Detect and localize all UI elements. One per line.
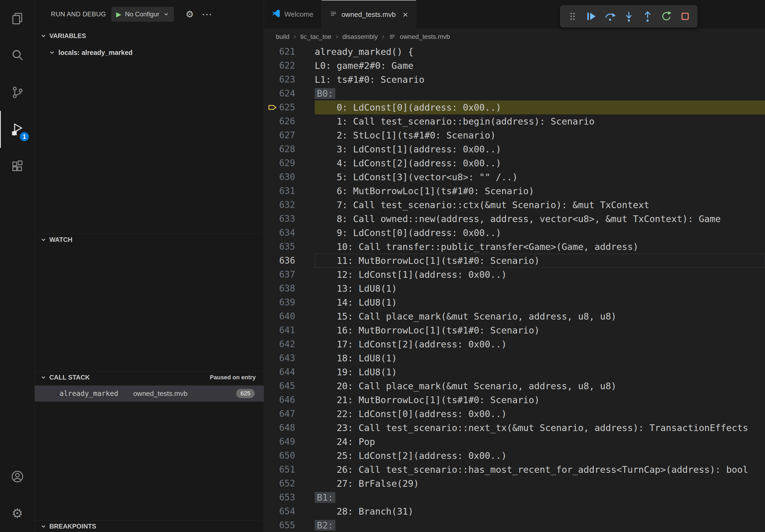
line-gutter[interactable]: 631 <box>264 184 315 198</box>
line-gutter[interactable]: 623 <box>264 73 315 87</box>
line-gutter[interactable]: 625 <box>264 101 315 115</box>
line-gutter[interactable]: 649 <box>264 435 315 449</box>
line-gutter[interactable]: 640 <box>264 309 315 323</box>
line-gutter[interactable]: 634 <box>264 226 315 240</box>
line-gutter[interactable]: 643 <box>264 351 315 365</box>
call-stack-frame[interactable]: already_markedowned_tests.mvb625 <box>35 386 264 401</box>
breadcrumb-item[interactable]: owned_tests.mvb <box>400 33 450 40</box>
line-gutter[interactable]: 636 <box>264 254 315 268</box>
line-gutter[interactable]: 633 <box>264 212 315 226</box>
code-line-640[interactable]: 640 15: Call place_mark(&mut Scenario, a… <box>264 309 765 323</box>
debug-stop-icon[interactable] <box>676 7 694 26</box>
line-gutter[interactable]: 628 <box>264 142 315 156</box>
close-tab-icon[interactable]: × <box>402 10 408 19</box>
debug-configuration-picker[interactable]: ▶ No Configur <box>111 7 174 22</box>
line-gutter[interactable]: 644 <box>264 365 315 379</box>
code-line-633[interactable]: 633 8: Call owned::new(address, address,… <box>264 212 765 226</box>
variables-section-header[interactable]: VARIABLES <box>35 30 264 42</box>
code-line-644[interactable]: 644 19: LdU8(1) <box>264 365 765 379</box>
line-gutter[interactable]: 626 <box>264 115 315 128</box>
tab-welcome[interactable]: Welcome <box>264 0 322 28</box>
line-gutter[interactable]: 650 <box>264 449 315 463</box>
sidebar-item-extensions[interactable] <box>0 148 35 185</box>
line-gutter[interactable]: 652 <box>264 476 315 490</box>
code-line-651[interactable]: 651 26: Call test_scenario::has_most_rec… <box>264 463 765 476</box>
code-line-632[interactable]: 632 7: Call test_scenario::ctx(&mut Scen… <box>264 198 765 212</box>
line-gutter[interactable]: 646 <box>264 393 315 407</box>
debug-step-out-icon[interactable] <box>639 7 656 26</box>
breadcrumb-item[interactable]: tic_tac_toe <box>300 33 331 40</box>
line-gutter[interactable]: 642 <box>264 337 315 351</box>
code-line-629[interactable]: 629 4: LdConst[2](address: 0x00..) <box>264 156 765 170</box>
code-line-643[interactable]: 643 18: LdU8(1) <box>264 351 765 365</box>
code-line-655[interactable]: 655B2: <box>264 518 765 532</box>
line-gutter[interactable]: 638 <box>264 282 315 296</box>
sidebar-item-explorer[interactable] <box>0 0 35 37</box>
line-gutter[interactable]: 651 <box>264 463 315 476</box>
tab-owned-tests-mvb[interactable]: owned_tests.mvb × <box>322 0 416 28</box>
code-line-648[interactable]: 648 23: Call test_scenario::next_tx(&mut… <box>264 421 765 435</box>
line-gutter[interactable]: 622 <box>264 59 315 73</box>
debug-restart-icon[interactable] <box>657 7 675 26</box>
line-gutter[interactable]: 637 <box>264 268 315 282</box>
code-line-654[interactable]: 654 28: Branch(31) <box>264 504 765 518</box>
code-line-625[interactable]: 625 0: LdConst[0](address: 0x00..) <box>264 101 765 115</box>
code-line-638[interactable]: 638 13: LdU8(1) <box>264 282 765 296</box>
line-gutter[interactable]: 654 <box>264 504 315 518</box>
sidebar-item-source-control[interactable] <box>0 74 35 111</box>
debug-step-over-icon[interactable] <box>601 7 619 26</box>
code-line-642[interactable]: 642 17: LdConst[2](address: 0x00..) <box>264 337 765 351</box>
debug-step-into-icon[interactable] <box>620 7 638 26</box>
line-gutter[interactable]: 648 <box>264 421 315 435</box>
line-gutter[interactable]: 655 <box>264 518 315 532</box>
code-line-636[interactable]: 636 11: MutBorrowLoc[1](ts#1#0: Scenario… <box>264 254 765 268</box>
line-gutter[interactable]: 645 <box>264 379 315 393</box>
line-gutter[interactable]: 641 <box>264 323 315 337</box>
code-line-647[interactable]: 647 22: LdConst[0](address: 0x00..) <box>264 407 765 421</box>
line-gutter[interactable]: 621 <box>264 45 315 59</box>
line-gutter[interactable]: 630 <box>264 170 315 184</box>
code-line-630[interactable]: 630 5: LdConst[3](vector<u8>: "" /..) <box>264 170 765 184</box>
toolbar-drag-handle[interactable] <box>564 7 581 26</box>
code-line-628[interactable]: 628 3: LdConst[1](address: 0x00..) <box>264 142 765 156</box>
code-line-621[interactable]: 621already_marked() { <box>264 45 765 59</box>
code-line-635[interactable]: 635 10: Call transfer::public_transfer<G… <box>264 240 765 254</box>
code-line-645[interactable]: 645 20: Call place_mark(&mut Scenario, a… <box>264 379 765 393</box>
sidebar-item-search[interactable] <box>0 37 35 74</box>
debug-settings-gear-icon[interactable]: ⚙ <box>186 10 194 19</box>
line-gutter[interactable]: 653 <box>264 490 315 504</box>
code-line-627[interactable]: 627 2: StLoc[1](ts#1#0: Scenario) <box>264 128 765 142</box>
code-line-649[interactable]: 649 24: Pop <box>264 435 765 449</box>
code-line-622[interactable]: 622L0: game#2#0: Game <box>264 59 765 73</box>
breadcrumb-item[interactable]: build <box>276 33 290 40</box>
code-line-631[interactable]: 631 6: MutBorrowLoc[1](ts#1#0: Scenario) <box>264 184 765 198</box>
code-line-626[interactable]: 626 1: Call test_scenario::begin(address… <box>264 115 765 128</box>
code-line-652[interactable]: 652 27: BrFalse(29) <box>264 476 765 490</box>
variables-scope-locals[interactable]: locals: already_marked <box>35 46 264 60</box>
code-area[interactable]: 621already_marked() {622L0: game#2#0: Ga… <box>264 45 765 532</box>
line-gutter[interactable]: 629 <box>264 156 315 170</box>
line-gutter[interactable]: 635 <box>264 240 315 254</box>
breadcrumb-item[interactable]: disassembly <box>342 33 378 40</box>
code-line-641[interactable]: 641 16: MutBorrowLoc[1](ts#1#0: Scenario… <box>264 323 765 337</box>
line-gutter[interactable]: 639 <box>264 296 315 309</box>
line-gutter[interactable]: 627 <box>264 128 315 142</box>
line-gutter[interactable]: 647 <box>264 407 315 421</box>
call-stack-section-header[interactable]: CALL STACK Paused on entry <box>35 372 264 383</box>
more-actions-icon[interactable]: ⋯ <box>202 9 213 19</box>
watch-section-header[interactable]: WATCH <box>35 234 264 246</box>
code-line-637[interactable]: 637 12: LdConst[1](address: 0x00..) <box>264 268 765 282</box>
code-line-639[interactable]: 639 14: LdU8(1) <box>264 296 765 309</box>
breakpoints-section-header[interactable]: BREAKPOINTS <box>35 520 264 532</box>
code-line-650[interactable]: 650 25: LdConst[2](address: 0x00..) <box>264 449 765 463</box>
code-line-653[interactable]: 653B1: <box>264 490 765 504</box>
line-gutter[interactable]: 624 <box>264 87 315 101</box>
account-button[interactable] <box>0 458 35 495</box>
code-line-634[interactable]: 634 9: LdConst[0](address: 0x00..) <box>264 226 765 240</box>
code-line-623[interactable]: 623L1: ts#1#0: Scenario <box>264 73 765 87</box>
settings-button[interactable]: ⚙ <box>0 495 35 532</box>
code-line-624[interactable]: 624B0: <box>264 87 765 101</box>
sidebar-item-run-and-debug[interactable]: 1 <box>0 111 35 148</box>
line-gutter[interactable]: 632 <box>264 198 315 212</box>
debug-continue-icon[interactable] <box>582 7 600 26</box>
